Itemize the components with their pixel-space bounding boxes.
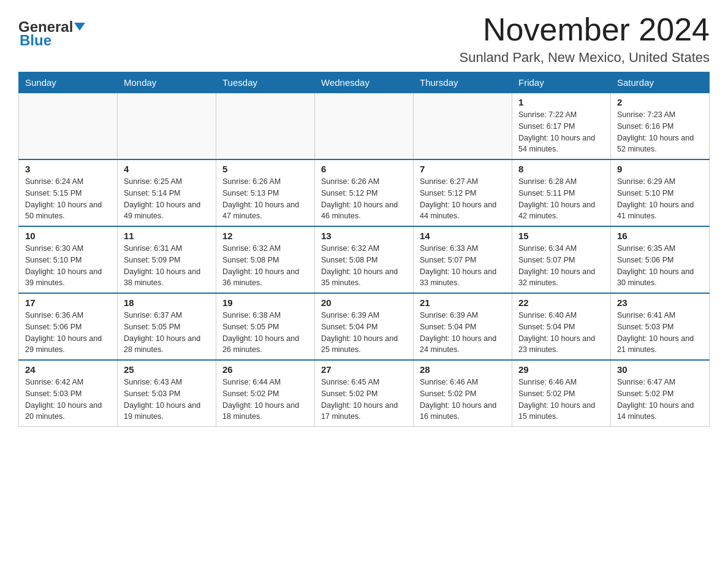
day-number: 16 [617, 231, 703, 241]
calendar-cell: 11Sunrise: 6:31 AM Sunset: 5:09 PM Dayli… [118, 226, 216, 293]
title-area: November 2024 Sunland Park, New Mexico, … [460, 12, 710, 66]
day-info: Sunrise: 6:44 AM Sunset: 5:02 PM Dayligh… [222, 377, 308, 423]
day-info: Sunrise: 7:23 AM Sunset: 6:16 PM Dayligh… [617, 109, 703, 155]
day-number: 25 [124, 364, 210, 375]
day-number: 19 [222, 297, 308, 308]
calendar-cell: 24Sunrise: 6:42 AM Sunset: 5:03 PM Dayli… [19, 360, 118, 427]
calendar-cell [216, 93, 315, 160]
day-number: 21 [420, 297, 506, 308]
column-header-friday: Friday [512, 72, 611, 93]
day-info: Sunrise: 6:35 AM Sunset: 5:06 PM Dayligh… [617, 243, 703, 289]
column-header-monday: Monday [118, 72, 216, 93]
calendar-cell: 2Sunrise: 7:23 AM Sunset: 6:16 PM Daylig… [611, 93, 710, 160]
day-info: Sunrise: 6:32 AM Sunset: 5:08 PM Dayligh… [321, 243, 407, 289]
calendar-cell: 15Sunrise: 6:34 AM Sunset: 5:07 PM Dayli… [512, 226, 611, 293]
day-info: Sunrise: 6:31 AM Sunset: 5:09 PM Dayligh… [124, 243, 210, 289]
day-info: Sunrise: 6:39 AM Sunset: 5:04 PM Dayligh… [420, 310, 506, 356]
calendar-cell: 25Sunrise: 6:43 AM Sunset: 5:03 PM Dayli… [118, 360, 216, 427]
day-number: 18 [124, 297, 210, 308]
calendar-cell: 19Sunrise: 6:38 AM Sunset: 5:05 PM Dayli… [216, 293, 315, 360]
calendar-cell: 29Sunrise: 6:46 AM Sunset: 5:02 PM Dayli… [512, 360, 611, 427]
calendar-cell: 18Sunrise: 6:37 AM Sunset: 5:05 PM Dayli… [118, 293, 216, 360]
day-number: 29 [518, 364, 604, 375]
day-info: Sunrise: 6:42 AM Sunset: 5:03 PM Dayligh… [25, 377, 111, 423]
day-info: Sunrise: 6:30 AM Sunset: 5:10 PM Dayligh… [25, 243, 111, 289]
day-number: 10 [25, 231, 111, 241]
day-info: Sunrise: 6:40 AM Sunset: 5:04 PM Dayligh… [518, 310, 604, 356]
day-number: 8 [518, 164, 604, 174]
calendar-cell: 10Sunrise: 6:30 AM Sunset: 5:10 PM Dayli… [19, 226, 118, 293]
day-number: 5 [222, 164, 308, 174]
calendar-table: SundayMondayTuesdayWednesdayThursdayFrid… [18, 72, 710, 427]
day-info: Sunrise: 6:29 AM Sunset: 5:10 PM Dayligh… [617, 176, 703, 222]
calendar-cell: 5Sunrise: 6:26 AM Sunset: 5:13 PM Daylig… [216, 159, 315, 226]
month-title: November 2024 [460, 12, 710, 47]
calendar-cell: 27Sunrise: 6:45 AM Sunset: 5:02 PM Dayli… [315, 360, 414, 427]
page-header: General Blue November 2024 Sunland Park,… [18, 12, 710, 66]
calendar-week-row: 17Sunrise: 6:36 AM Sunset: 5:06 PM Dayli… [19, 293, 710, 360]
day-info: Sunrise: 6:39 AM Sunset: 5:04 PM Dayligh… [321, 310, 407, 356]
calendar-week-row: 24Sunrise: 6:42 AM Sunset: 5:03 PM Dayli… [19, 360, 710, 427]
calendar-cell: 20Sunrise: 6:39 AM Sunset: 5:04 PM Dayli… [315, 293, 414, 360]
day-number: 1 [518, 97, 604, 107]
day-number: 6 [321, 164, 407, 174]
day-info: Sunrise: 6:41 AM Sunset: 5:03 PM Dayligh… [617, 310, 703, 356]
day-number: 7 [420, 164, 506, 174]
day-info: Sunrise: 6:34 AM Sunset: 5:07 PM Dayligh… [518, 243, 604, 289]
day-number: 20 [321, 297, 407, 308]
day-number: 15 [518, 231, 604, 241]
calendar-cell [19, 93, 118, 160]
column-header-saturday: Saturday [611, 72, 710, 93]
calendar-cell [315, 93, 414, 160]
day-number: 17 [25, 297, 111, 308]
day-info: Sunrise: 6:26 AM Sunset: 5:13 PM Dayligh… [222, 176, 308, 222]
day-info: Sunrise: 6:27 AM Sunset: 5:12 PM Dayligh… [420, 176, 506, 222]
day-info: Sunrise: 6:46 AM Sunset: 5:02 PM Dayligh… [518, 377, 604, 423]
calendar-cell: 7Sunrise: 6:27 AM Sunset: 5:12 PM Daylig… [414, 159, 512, 226]
calendar-cell: 4Sunrise: 6:25 AM Sunset: 5:14 PM Daylig… [118, 159, 216, 226]
day-number: 22 [518, 297, 604, 308]
location-subtitle: Sunland Park, New Mexico, United States [460, 50, 710, 66]
day-info: Sunrise: 6:46 AM Sunset: 5:02 PM Dayligh… [420, 377, 506, 423]
day-info: Sunrise: 6:45 AM Sunset: 5:02 PM Dayligh… [321, 377, 407, 423]
day-number: 24 [25, 364, 111, 375]
day-number: 13 [321, 231, 407, 241]
day-info: Sunrise: 6:38 AM Sunset: 5:05 PM Dayligh… [222, 310, 308, 356]
day-number: 26 [222, 364, 308, 375]
calendar-week-row: 10Sunrise: 6:30 AM Sunset: 5:10 PM Dayli… [19, 226, 710, 293]
calendar-cell: 16Sunrise: 6:35 AM Sunset: 5:06 PM Dayli… [611, 226, 710, 293]
calendar-week-row: 3Sunrise: 6:24 AM Sunset: 5:15 PM Daylig… [19, 159, 710, 226]
calendar-cell: 6Sunrise: 6:26 AM Sunset: 5:12 PM Daylig… [315, 159, 414, 226]
day-number: 2 [617, 97, 703, 107]
logo-blue-text: Blue [20, 32, 51, 49]
day-info: Sunrise: 6:25 AM Sunset: 5:14 PM Dayligh… [124, 176, 210, 222]
logo-triangle-icon [74, 23, 85, 31]
calendar-cell: 30Sunrise: 6:47 AM Sunset: 5:02 PM Dayli… [611, 360, 710, 427]
calendar-cell: 3Sunrise: 6:24 AM Sunset: 5:15 PM Daylig… [19, 159, 118, 226]
calendar-cell [118, 93, 216, 160]
calendar-week-row: 1Sunrise: 7:22 AM Sunset: 6:17 PM Daylig… [19, 93, 710, 160]
day-info: Sunrise: 6:28 AM Sunset: 5:11 PM Dayligh… [518, 176, 604, 222]
day-info: Sunrise: 7:22 AM Sunset: 6:17 PM Dayligh… [518, 109, 604, 155]
day-number: 27 [321, 364, 407, 375]
day-number: 11 [124, 231, 210, 241]
column-header-tuesday: Tuesday [216, 72, 315, 93]
day-number: 12 [222, 231, 308, 241]
day-info: Sunrise: 6:26 AM Sunset: 5:12 PM Dayligh… [321, 176, 407, 222]
column-header-sunday: Sunday [19, 72, 118, 93]
calendar-cell: 12Sunrise: 6:32 AM Sunset: 5:08 PM Dayli… [216, 226, 315, 293]
day-number: 9 [617, 164, 703, 174]
calendar-header-row: SundayMondayTuesdayWednesdayThursdayFrid… [19, 72, 710, 93]
calendar-cell: 8Sunrise: 6:28 AM Sunset: 5:11 PM Daylig… [512, 159, 611, 226]
day-info: Sunrise: 6:33 AM Sunset: 5:07 PM Dayligh… [420, 243, 506, 289]
day-number: 3 [25, 164, 111, 174]
day-info: Sunrise: 6:43 AM Sunset: 5:03 PM Dayligh… [124, 377, 210, 423]
calendar-cell: 17Sunrise: 6:36 AM Sunset: 5:06 PM Dayli… [19, 293, 118, 360]
calendar-cell: 26Sunrise: 6:44 AM Sunset: 5:02 PM Dayli… [216, 360, 315, 427]
calendar-cell: 9Sunrise: 6:29 AM Sunset: 5:10 PM Daylig… [611, 159, 710, 226]
day-number: 14 [420, 231, 506, 241]
day-number: 23 [617, 297, 703, 308]
calendar-cell: 21Sunrise: 6:39 AM Sunset: 5:04 PM Dayli… [414, 293, 512, 360]
calendar-cell [414, 93, 512, 160]
day-info: Sunrise: 6:36 AM Sunset: 5:06 PM Dayligh… [25, 310, 111, 356]
